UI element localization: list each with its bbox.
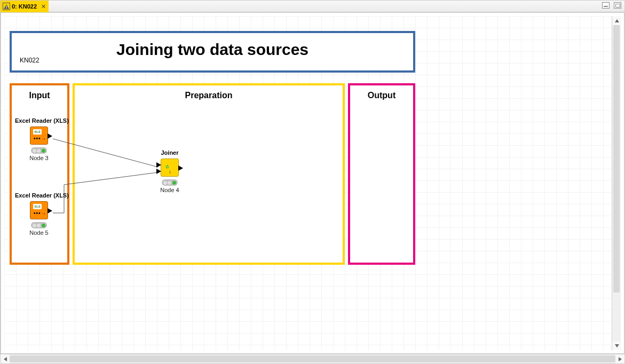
horizontal-scroll-thumb[interactable] bbox=[10, 355, 615, 362]
vertical-scrollbar[interactable] bbox=[612, 16, 621, 350]
editor-area: Joining two data sources KN022 Input Pre… bbox=[1, 12, 624, 354]
status-traffic-light bbox=[31, 222, 47, 228]
connection-reader1-joiner[interactable] bbox=[53, 139, 158, 167]
node-body[interactable]: XLS ••• → bbox=[30, 201, 48, 219]
node-type-label: Excel Reader (XLS) bbox=[15, 117, 63, 124]
status-traffic-light bbox=[162, 179, 178, 186]
workflow-icon bbox=[3, 3, 10, 10]
status-green bbox=[42, 224, 45, 227]
workflow-tab[interactable]: 0: KN022 ✕ bbox=[1, 1, 49, 12]
arrow-icon: → bbox=[41, 136, 46, 141]
vertical-scroll-thumb[interactable] bbox=[613, 25, 620, 292]
maximize-button[interactable] bbox=[614, 2, 621, 9]
canvas-viewport[interactable]: Joining two data sources KN022 Input Pre… bbox=[4, 16, 611, 350]
node-body[interactable]: ⎙ ↓ bbox=[161, 159, 179, 177]
dots-icon: ••• bbox=[34, 210, 41, 216]
status-yellow bbox=[168, 181, 171, 185]
minimize-button[interactable] bbox=[602, 2, 610, 9]
chevron-right-icon bbox=[619, 357, 622, 361]
node-excel-reader-1[interactable]: Excel Reader (XLS) XLS ••• → Node 3 bbox=[15, 117, 63, 161]
editor-tabbar: 0: KN022 ✕ bbox=[1, 1, 624, 12]
output-port[interactable] bbox=[48, 208, 52, 213]
output-port[interactable] bbox=[48, 133, 52, 139]
node-id-label: Node 4 bbox=[146, 187, 194, 193]
chevron-up-icon bbox=[615, 19, 619, 22]
connections-layer bbox=[4, 16, 431, 283]
status-traffic-light bbox=[31, 147, 47, 154]
output-port[interactable] bbox=[178, 165, 183, 171]
joiner-arrow-icon: ↓ bbox=[169, 169, 171, 175]
node-type-label: Joiner bbox=[146, 149, 194, 156]
horizontal-scrollbar[interactable] bbox=[1, 354, 624, 363]
canvas-viewport-wrap: Joining two data sources KN022 Input Pre… bbox=[4, 16, 611, 350]
status-yellow bbox=[37, 224, 41, 227]
input-port-top[interactable] bbox=[156, 162, 161, 168]
node-type-label: Excel Reader (XLS) bbox=[15, 192, 63, 199]
status-red bbox=[33, 149, 36, 153]
node-excel-reader-2[interactable]: Excel Reader (XLS) XLS ••• → Node 5 bbox=[15, 192, 63, 236]
status-green bbox=[42, 149, 45, 153]
arrow-icon: → bbox=[41, 211, 46, 216]
status-yellow bbox=[37, 149, 41, 153]
status-red bbox=[33, 224, 36, 227]
chevron-down-icon bbox=[615, 344, 619, 347]
node-joiner[interactable]: Joiner ⎙ ↓ Node 4 bbox=[146, 149, 194, 193]
scroll-up-button[interactable] bbox=[612, 16, 621, 25]
workflow-tab-label: 0: KN022 bbox=[12, 3, 37, 10]
node-id-label: Node 5 bbox=[15, 230, 63, 236]
node-id-label: Node 3 bbox=[15, 155, 63, 161]
scroll-left-button[interactable] bbox=[1, 354, 10, 364]
dots-icon: ••• bbox=[34, 136, 41, 141]
status-red bbox=[163, 181, 167, 185]
status-green bbox=[172, 181, 176, 185]
close-tab-button[interactable]: ✕ bbox=[40, 3, 46, 10]
scroll-right-button[interactable] bbox=[615, 354, 624, 364]
node-body[interactable]: XLS ••• → bbox=[30, 126, 48, 145]
input-port-bottom[interactable] bbox=[156, 169, 161, 174]
window-controls bbox=[602, 2, 621, 9]
xls-icon: XLS bbox=[33, 129, 42, 134]
scroll-down-button[interactable] bbox=[612, 341, 621, 350]
workflow-canvas[interactable]: Joining two data sources KN022 Input Pre… bbox=[4, 16, 611, 350]
xls-icon: XLS bbox=[33, 204, 42, 209]
chevron-left-icon bbox=[4, 357, 7, 361]
